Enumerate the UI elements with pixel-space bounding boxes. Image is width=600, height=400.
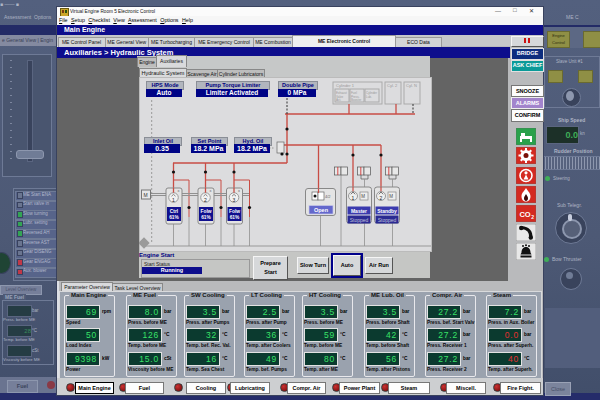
svg-text:3: 3 (233, 197, 236, 203)
svg-text:M: M (361, 194, 365, 199)
svg-text:1: 1 (172, 197, 175, 203)
svg-text:Ctrl: Ctrl (170, 209, 178, 214)
svg-text:Master: Master (351, 208, 367, 214)
svg-text:2: 2 (380, 195, 383, 201)
svg-text:Lub.: Lub. (366, 95, 372, 99)
svg-text:Booster: Booster (351, 98, 361, 102)
svg-text:Stopped: Stopped (378, 217, 397, 223)
svg-text:x: x (238, 188, 240, 193)
svg-text:Act.: Act. (336, 98, 341, 102)
svg-text:M: M (389, 194, 393, 199)
svg-text:2: 2 (204, 197, 207, 203)
svg-text:2: 2 (531, 214, 534, 220)
svg-text:Folw: Folw (201, 209, 212, 214)
svg-text:Cylinder 1: Cylinder 1 (336, 83, 355, 88)
svg-text:4/2: 4/2 (325, 194, 331, 199)
svg-text:Folw: Folw (229, 209, 240, 214)
svg-text:x: x (178, 188, 180, 193)
svg-text:x: x (210, 188, 212, 193)
svg-text:Stopped: Stopped (350, 217, 369, 223)
svg-text:M: M (144, 192, 148, 198)
svg-text:Cyl. 2: Cyl. 2 (387, 83, 398, 88)
svg-text:CO: CO (519, 210, 530, 219)
svg-text:61%: 61% (230, 215, 240, 220)
svg-text:1: 1 (352, 195, 355, 201)
svg-text:61%: 61% (201, 215, 211, 220)
svg-text:Cyl. N: Cyl. N (406, 83, 417, 88)
svg-text:Open: Open (314, 207, 329, 213)
svg-text:61%: 61% (169, 215, 179, 220)
svg-text:Standby: Standby (377, 208, 397, 214)
